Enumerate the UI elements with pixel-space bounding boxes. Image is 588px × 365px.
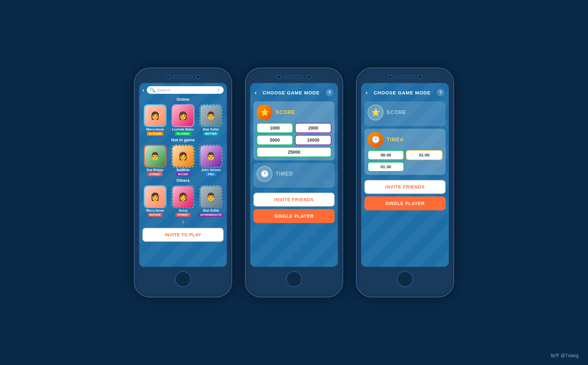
phone-3-screen: ‹ CHOOSE GAME MODE ? ⭐ SCORE 🕐 TIMEd xyxy=(361,83,449,267)
friends-notingame-grid: 👨 Sue Briggs STREET 👩 SiaWhite RACER xyxy=(142,145,224,176)
friend-badge-4: STREET xyxy=(147,172,163,176)
phone-2-camera-2 xyxy=(307,75,311,79)
score-mode-card-3[interactable]: ⭐ SCORE xyxy=(364,101,446,126)
avatar-face-2: 👩 xyxy=(173,105,193,126)
friend-alan1[interactable]: 👨 Alan Keller BETTER xyxy=(198,104,224,136)
friend-badge-8: STREET xyxy=(175,213,191,217)
score-chip-25000[interactable]: 25000 xyxy=(257,147,331,157)
avatar-face-6: 👨 xyxy=(200,146,221,167)
phone-3: ‹ CHOOSE GAME MODE ? ⭐ SCORE 🕐 TIMEd xyxy=(356,67,454,298)
phone-3-screen-bg: ‹ CHOOSE GAME MODE ? ⭐ SCORE 🕐 TIMEd xyxy=(361,83,449,267)
friend-alan2[interactable]: 👨 Alan Keller INTERMEDIATE xyxy=(198,185,224,217)
avatar-lucinda: 👩 xyxy=(172,104,194,127)
score-mode-label: SCORE xyxy=(276,110,295,115)
avatar-face-4: 👨 xyxy=(145,146,166,167)
score-options-grid: 1000 2000 5000 10000 xyxy=(257,123,331,145)
friend-badge-3: BETTER xyxy=(203,132,219,136)
friend-marryjanne2[interactable]: 👩 MarryJanne NOVICE xyxy=(142,185,168,217)
friend-name-2: Lucinda Bates xyxy=(172,128,194,131)
invite-friends-button-2[interactable]: INVITE FRIENDS xyxy=(253,193,335,207)
phone-1-bottom xyxy=(139,271,227,287)
avatar-alan2: 👨 xyxy=(199,185,222,208)
friend-badge-9: INTERMEDIATE xyxy=(199,213,224,217)
friend-name-3: Alan Keller xyxy=(203,128,219,131)
time-chip-0100[interactable]: 01:00 xyxy=(406,150,442,160)
score-chip-10000[interactable]: 10000 xyxy=(295,135,331,145)
friend-siawhite[interactable]: 👩 SiaWhite RACER xyxy=(170,145,196,176)
phone-3-speaker xyxy=(395,76,415,78)
back-button[interactable]: ‹ xyxy=(142,87,144,93)
help-button-2[interactable]: ? xyxy=(326,89,333,96)
section-notingame: Not in game xyxy=(142,138,224,142)
game-header-3: ‹ CHOOSE GAME MODE ? xyxy=(364,86,446,99)
score-chip-2000[interactable]: 2000 xyxy=(295,123,331,133)
single-player-button-2[interactable]: SINGLE PLAYER xyxy=(253,209,335,223)
avatar-face-8: 👩 xyxy=(173,186,193,207)
back-button-2[interactable]: ‹ xyxy=(255,89,257,96)
friend-jenny[interactable]: 👩 Jenny STREET xyxy=(170,185,196,217)
friend-badge-7: NOVICE xyxy=(148,213,163,217)
time-chip-0130[interactable]: 01:30 xyxy=(368,162,404,172)
avatar-marryjanne2: 👩 xyxy=(144,185,167,208)
time-chip-0045[interactable]: 00:45 xyxy=(368,150,404,160)
single-player-button-3[interactable]: SINGLE PLAYER xyxy=(364,196,446,210)
invite-to-play-button[interactable]: INVITE TO PLAY xyxy=(142,228,224,242)
avatar-face-5: 👩 xyxy=(173,146,193,167)
phone-1: ‹ 🔍 Search ✕ Online 👩 MarryJanne xyxy=(134,67,232,298)
score-chip-5000[interactable]: 5000 xyxy=(257,135,293,145)
search-icon: 🔍 xyxy=(150,87,155,93)
phone-3-home-button[interactable] xyxy=(397,271,413,287)
friend-john[interactable]: 👨 John Jensen PRO xyxy=(198,145,224,176)
page-container: ‹ 🔍 Search ✕ Online 👩 MarryJanne xyxy=(9,67,579,298)
phone-1-screen: ‹ 🔍 Search ✕ Online 👩 MarryJanne xyxy=(139,83,227,267)
avatar-alan1: 👨 xyxy=(199,104,222,127)
phone-2-top xyxy=(250,75,338,79)
score-mode-card: ⭐ SCORE 1000 2000 5000 10000 25000 xyxy=(253,101,335,160)
friends-others-grid: 👩 MarryJanne NOVICE 👩 Jenny STREET xyxy=(142,185,224,217)
invite-friends-button-3[interactable]: INVITE FRIENDS xyxy=(364,180,446,194)
timed-mode-card[interactable]: 🕐 TIMED xyxy=(253,163,335,188)
phone-3-camera xyxy=(388,75,392,79)
friend-marryjanne[interactable]: 👩 MarryJanne IN ROOM xyxy=(142,104,168,136)
help-button-3[interactable]: ? xyxy=(437,89,444,96)
friend-badge-1: IN ROOM xyxy=(147,132,163,136)
phone-1-screen-bg: ‹ 🔍 Search ✕ Online 👩 MarryJanne xyxy=(139,83,227,267)
timed-mode-header: 🕐 TIMED xyxy=(257,166,331,182)
phone-1-home-button[interactable] xyxy=(175,271,191,287)
section-others: Others xyxy=(142,178,224,183)
avatar-siawhite: 👩 xyxy=(172,145,194,168)
timed-mode-icon-3: 🕐 xyxy=(368,132,383,148)
friend-name-6: John Jensen xyxy=(201,168,220,172)
phone-2-home-button[interactable] xyxy=(286,271,302,287)
timed-mode-header-3: 🕐 TIMEd xyxy=(368,132,442,148)
avatar-john: 👨 xyxy=(199,145,222,168)
timed-mode-label: TIMED xyxy=(276,171,293,177)
search-clear-icon[interactable]: ✕ xyxy=(217,88,220,92)
search-input-wrap[interactable]: 🔍 Search ✕ xyxy=(147,86,224,94)
friend-lucinda[interactable]: 👩 Lucinda Bates PLAYING xyxy=(170,104,196,136)
time-options-grid: 00:45 01:00 xyxy=(368,150,442,160)
game-header-2: ‹ CHOOSE GAME MODE ? xyxy=(253,86,335,99)
avatar-jenny: 👩 xyxy=(172,185,194,208)
phone-2-speaker xyxy=(284,76,304,78)
friend-name-5: SiaWhite xyxy=(176,168,190,172)
avatar-face-3: 👨 xyxy=(200,105,221,126)
phone-2-camera xyxy=(277,75,281,79)
friend-badge-5: RACER xyxy=(176,172,190,176)
avatar-marryjanne: 👩 xyxy=(144,104,167,127)
friends-online-grid: 👩 MarryJanne IN ROOM 👩 Lucinda Bates PLA… xyxy=(142,104,224,136)
timed-mode-icon: 🕐 xyxy=(257,166,272,182)
friend-name-8: Jenny xyxy=(179,209,188,212)
friend-sue[interactable]: 👨 Sue Briggs STREET xyxy=(142,145,168,176)
search-bar: ‹ 🔍 Search ✕ xyxy=(142,86,224,94)
phone-1-camera-2 xyxy=(196,75,200,79)
score-mode-icon: ⭐ xyxy=(257,105,272,120)
phone-2-screen: ‹ CHOOSE GAME MODE ? ⭐ SCORE 1000 2000 5… xyxy=(250,83,338,267)
back-button-3[interactable]: ‹ xyxy=(366,89,368,96)
search-placeholder: Search xyxy=(157,88,215,93)
score-chip-1000[interactable]: 1000 xyxy=(257,123,293,133)
avatar-face-7: 👩 xyxy=(145,186,166,207)
avatar-sue: 👨 xyxy=(144,145,167,168)
phone-3-camera-2 xyxy=(418,75,422,79)
phone-3-bottom xyxy=(361,271,449,287)
